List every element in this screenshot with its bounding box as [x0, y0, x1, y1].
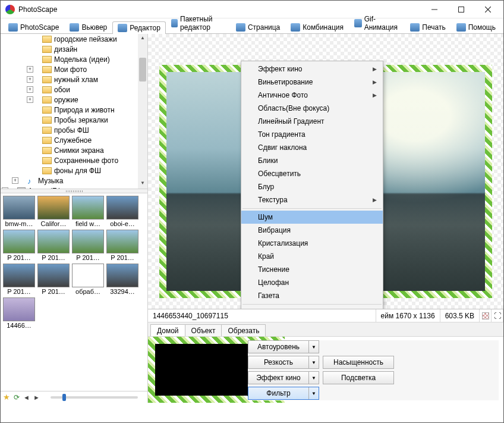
btab-home[interactable]: Домой — [150, 324, 185, 337]
submenu-arrow-icon: ▶ — [373, 66, 377, 72]
forward-icon[interactable]: ► — [33, 394, 40, 401]
thumbnail-caption: bmw-m… — [3, 220, 35, 227]
menu-item[interactable]: Блики — [241, 154, 383, 167]
expand-icon[interactable]: + — [27, 86, 33, 93]
back-icon[interactable]: ◄ — [23, 394, 30, 401]
expand-icon[interactable]: + — [12, 177, 18, 184]
thumbnail-item[interactable]: P 201… — [106, 230, 138, 261]
status-transparency-icon[interactable] — [480, 309, 492, 322]
film-effect-button[interactable]: Эффект кино▼ — [248, 371, 319, 384]
thumbnail-item[interactable]: P 201… — [3, 230, 35, 261]
folder-tree[interactable]: +городские пейзажи+дизайн+Моделька (идеи… — [1, 34, 147, 189]
menu-item[interactable]: Иллюстрация▶ — [241, 306, 383, 309]
menu-item[interactable]: Тон градиента — [241, 128, 383, 141]
menu-item[interactable]: Блур — [241, 180, 383, 193]
thumbnail-item[interactable]: bmw-m… — [3, 196, 35, 227]
tab-batch[interactable]: Пакетный редактор — [166, 12, 231, 33]
autolevel-button[interactable]: Автоуровень▼ — [248, 340, 319, 353]
menu-item[interactable]: Край — [241, 250, 383, 263]
folder-icon — [42, 56, 52, 63]
tree-folder-item[interactable]: +фоны для ФШ — [1, 165, 147, 176]
menu-item[interactable]: Газета — [241, 289, 383, 302]
menu-item[interactable]: Виньетирование▶ — [241, 76, 383, 89]
menu-item[interactable]: Область(Вне фокуса) — [241, 102, 383, 115]
submenu-arrow-icon: ▶ — [373, 197, 377, 203]
menu-item[interactable]: Эффект кино▶ — [241, 62, 383, 76]
btab-object[interactable]: Объект — [185, 324, 222, 337]
thumbnail-item[interactable]: 33294… — [106, 264, 138, 295]
tree-folder-music[interactable]: +♪Музыка — [1, 176, 147, 186]
tab-editor[interactable]: Редактор — [112, 21, 166, 34]
tab-gif[interactable]: Gif-Анимация — [349, 12, 405, 33]
filter-button[interactable]: Фильтр▼ — [248, 387, 319, 400]
scroll-down-icon[interactable]: ▼ — [138, 179, 147, 189]
maximize-button[interactable] — [448, 1, 474, 18]
tab-print[interactable]: Печать — [405, 21, 451, 33]
backlight-button[interactable]: Подсветка — [323, 371, 394, 384]
combine-icon — [291, 23, 300, 32]
thumbnail-item[interactable]: P 201… — [72, 230, 104, 261]
close-button[interactable] — [474, 1, 501, 18]
btab-crop[interactable]: Обрезать — [221, 324, 266, 337]
tab-help[interactable]: Помощь — [451, 21, 501, 33]
tree-folder-item[interactable]: +Сохраненные фото — [1, 155, 147, 165]
menu-item[interactable]: Шум — [241, 211, 383, 224]
saturation-button[interactable]: Насыщенность — [323, 356, 394, 369]
tab-combine[interactable]: Комбинация — [285, 21, 349, 33]
scroll-up-icon[interactable]: ▲ — [138, 34, 147, 43]
tab-photoscape[interactable]: PhotoScape — [3, 21, 64, 33]
canvas-area[interactable]: Эффект кино▶Виньетирование▶Античное Фото… — [148, 34, 503, 309]
tab-page[interactable]: Страница — [231, 21, 285, 33]
status-dimensions: ейм 1670 x 1136 — [376, 309, 440, 322]
tree-scrollbar[interactable]: ▲ ▼ — [138, 34, 147, 189]
tree-folder-item[interactable]: +обои — [1, 84, 147, 95]
expand-icon[interactable]: + — [27, 66, 33, 73]
tree-folder-item[interactable]: +Пробы зеркалки — [1, 115, 147, 125]
tree-item-label: обои — [54, 86, 70, 94]
tree-item-label: Природа и животн — [54, 106, 115, 114]
favorite-icon[interactable]: ★ — [3, 393, 10, 402]
thumbnail-item[interactable]: Califor… — [37, 196, 70, 227]
tree-folder-item[interactable]: +Моделька (идеи) — [1, 54, 147, 64]
menu-item[interactable]: Вибрация — [241, 224, 383, 237]
refresh-icon[interactable]: ⟳ — [14, 393, 20, 402]
menu-item[interactable]: Кристализация — [241, 237, 383, 250]
status-fullscreen-icon[interactable]: ⛶ — [492, 309, 503, 322]
tree-folder-item[interactable]: +пробы ФШ — [1, 125, 147, 135]
tree-folder-item[interactable]: +Снимки экрана — [1, 145, 147, 155]
minimize-button[interactable] — [421, 1, 448, 18]
tab-viewer[interactable]: Вьювер — [64, 21, 112, 33]
folder-icon — [42, 157, 52, 164]
tree-folder-item[interactable]: +Мои фото — [1, 64, 147, 74]
tree-folder-item[interactable]: +оружие — [1, 95, 147, 105]
tree-folder-item[interactable]: +Служебное — [1, 135, 147, 145]
tree-folder-item[interactable]: +Природа и животн — [1, 105, 147, 115]
expand-icon[interactable]: + — [2, 187, 8, 189]
thumb-size-slider[interactable] — [51, 396, 138, 399]
menu-item[interactable]: Античное Фото▶ — [241, 89, 383, 102]
thumbnail-item[interactable]: P 201… — [37, 230, 70, 261]
thumbnail-item[interactable]: oboi-e… — [106, 196, 138, 227]
thumbnail-item[interactable]: field w… — [72, 196, 104, 227]
thumbnail-item[interactable]: обраб… — [72, 264, 104, 295]
expand-icon[interactable]: + — [27, 76, 33, 83]
expand-icon[interactable]: + — [27, 96, 33, 103]
thumbnail-item[interactable]: P 201… — [37, 264, 70, 295]
menu-item[interactable]: Целофан — [241, 276, 383, 289]
menu-item[interactable]: Текстура▶ — [241, 193, 383, 206]
tree-folder-item[interactable]: +дизайн — [1, 44, 147, 54]
menu-item[interactable]: Обесцветить — [241, 167, 383, 180]
folder-icon — [42, 76, 52, 83]
tree-folder-item[interactable]: +городские пейзажи — [1, 34, 147, 44]
menu-item[interactable]: Тиснение — [241, 263, 383, 276]
menu-item[interactable]: Сдвиг наклона — [241, 141, 383, 154]
horizontal-splitter[interactable] — [1, 189, 147, 193]
tree-drive-archive[interactable]: +Архив (F:) — [1, 186, 147, 189]
sharpness-button[interactable]: Резкость▼ — [248, 356, 319, 369]
thumbnail-item[interactable]: 14466… — [3, 297, 35, 329]
menu-item-label: Античное Фото — [258, 91, 308, 99]
tree-folder-item[interactable]: +нужный хлам — [1, 74, 147, 84]
scroll-thumb[interactable] — [139, 58, 146, 82]
menu-item[interactable]: Линейный Градиент — [241, 115, 383, 128]
thumbnail-item[interactable]: P 201… — [3, 264, 35, 295]
